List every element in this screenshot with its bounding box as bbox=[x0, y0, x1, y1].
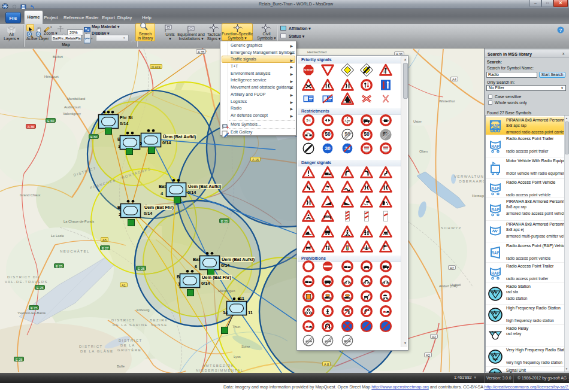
svg-text:RAP: RAP bbox=[491, 187, 500, 191]
svg-text:50m: 50m bbox=[307, 132, 310, 135]
svg-text:RAP: RAP bbox=[491, 123, 500, 127]
svg-text:RAP: RAP bbox=[491, 208, 500, 212]
svg-text:5 t: 5 t bbox=[306, 118, 310, 122]
svg-text:50: 50 bbox=[325, 131, 331, 137]
svg-text:VHF: VHF bbox=[493, 358, 498, 361]
svg-text:HF: HF bbox=[494, 316, 497, 319]
svg-text:30: 30 bbox=[325, 145, 331, 151]
svg-text:RAP: RAP bbox=[491, 271, 500, 275]
svg-text:RAP: RAP bbox=[491, 144, 500, 148]
svg-text:3,2m: 3,2m bbox=[344, 119, 350, 122]
svg-text:RAP: RAP bbox=[491, 251, 500, 255]
svg-text:?: ? bbox=[559, 28, 562, 33]
svg-text:STOP: STOP bbox=[304, 68, 313, 72]
svg-text:50: 50 bbox=[364, 131, 370, 137]
